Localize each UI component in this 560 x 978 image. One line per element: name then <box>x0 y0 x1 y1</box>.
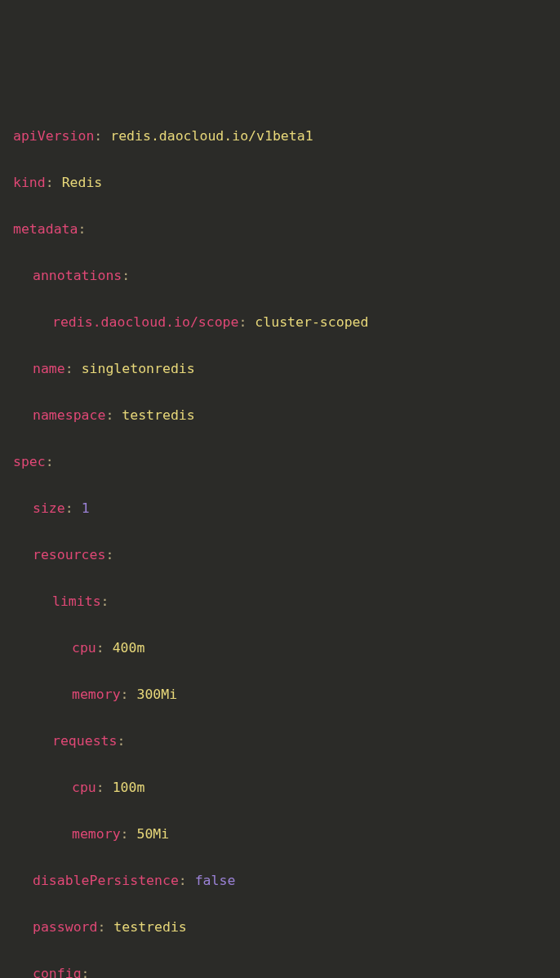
yaml-line: disablePersistence: false <box>13 869 547 893</box>
yaml-line: memory: 50Mi <box>13 823 547 847</box>
yaml-value: testredis <box>113 919 186 935</box>
yaml-value: redis.daocloud.io/v1beta1 <box>110 128 313 144</box>
yaml-line: kind: Redis <box>13 171 547 195</box>
yaml-line: name: singletonredis <box>13 358 547 381</box>
yaml-line: apiVersion: redis.daocloud.io/v1beta1 <box>13 125 547 149</box>
yaml-key: memory <box>72 687 121 702</box>
yaml-value: cluster-scoped <box>255 314 368 330</box>
yaml-line: redis.daocloud.io/scope: cluster-scoped <box>13 311 547 335</box>
yaml-key: annotations <box>33 268 122 283</box>
yaml-line: cpu: 400m <box>13 637 547 660</box>
yaml-key: disablePersistence <box>33 873 179 888</box>
yaml-key: metadata <box>13 221 78 237</box>
yaml-line: config: <box>13 962 547 979</box>
yaml-key: redis.daocloud.io/scope <box>52 314 238 330</box>
yaml-value: 100m <box>113 780 145 795</box>
yaml-code-block: apiVersion: redis.daocloud.io/v1beta1 ki… <box>13 101 547 978</box>
yaml-value: 1 <box>82 500 90 516</box>
yaml-key: resources <box>33 547 105 562</box>
yaml-key: password <box>33 919 97 935</box>
yaml-key: apiVersion <box>13 128 94 144</box>
yaml-line: resources: <box>13 544 547 567</box>
yaml-key: cpu <box>72 640 96 656</box>
yaml-value: 50Mi <box>136 826 169 842</box>
yaml-key: config <box>33 966 82 979</box>
yaml-line: memory: 300Mi <box>13 683 547 707</box>
yaml-key: spec <box>13 454 46 469</box>
yaml-key: name <box>33 361 65 376</box>
yaml-line: spec: <box>13 451 547 474</box>
yaml-key: limits <box>52 593 101 609</box>
yaml-key: cpu <box>72 780 96 795</box>
yaml-value: 400m <box>113 640 145 656</box>
yaml-key: namespace <box>33 407 105 423</box>
yaml-line: password: testredis <box>13 916 547 940</box>
yaml-line: cpu: 100m <box>13 776 547 800</box>
yaml-line: namespace: testredis <box>13 404 547 428</box>
yaml-value: singletonredis <box>82 361 195 376</box>
yaml-key: kind <box>13 175 46 190</box>
yaml-value: false <box>195 873 236 888</box>
yaml-key: requests <box>52 733 117 749</box>
yaml-value: 300Mi <box>136 687 177 702</box>
yaml-value: testredis <box>122 407 194 423</box>
yaml-line: size: 1 <box>13 497 547 521</box>
yaml-line: limits: <box>13 590 547 614</box>
yaml-key: memory <box>72 826 121 842</box>
yaml-line: annotations: <box>13 265 547 288</box>
yaml-value: Redis <box>62 175 103 190</box>
yaml-line: metadata: <box>13 218 547 242</box>
yaml-key: size <box>33 500 65 516</box>
yaml-line: requests: <box>13 730 547 754</box>
